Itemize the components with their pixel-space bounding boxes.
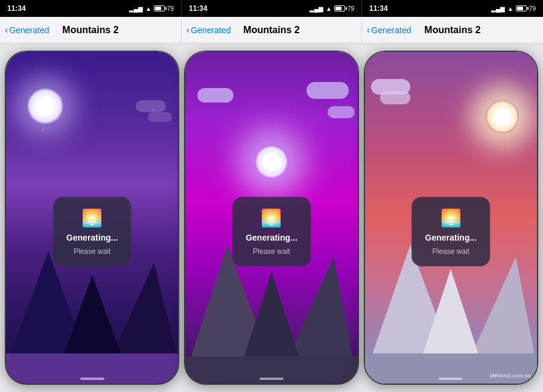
star-1: [48, 106, 49, 107]
status-icons-3: ▂▄▆ ▲ 79: [491, 5, 536, 12]
watermark: MRMAD.com.tw: [490, 373, 531, 379]
wifi-icon-1: ▲: [145, 5, 151, 12]
gen-title-1: Generating...: [66, 233, 118, 242]
nav-title-1: Mountains 2: [62, 25, 118, 36]
battery-icon-1: [154, 5, 165, 11]
battery-pct-1: 79: [167, 5, 174, 12]
back-label-2[interactable]: Generated: [191, 25, 230, 35]
generating-overlay-2: 🌅 Generating... Please wait: [232, 197, 311, 267]
signal-icon-3: ▂▄▆: [491, 5, 505, 12]
generating-overlay-1: 🌅 Generating... Please wait: [53, 197, 132, 267]
sun-icon-3: 🌅: [440, 208, 462, 228]
sun-icon-1: 🌅: [81, 208, 103, 228]
home-indicator-1: [80, 378, 104, 380]
cloud-2-1: [197, 88, 233, 103]
phones-container: 🌅 Generating... Please wait: [0, 43, 543, 392]
gen-subtitle-1: Please wait: [74, 247, 110, 256]
back-label-1[interactable]: Generated: [9, 25, 49, 35]
cloud-2-3: [328, 106, 355, 118]
cloud-2-2: [306, 82, 349, 99]
generating-overlay-3: 🌅 Generating... Please wait: [412, 197, 491, 267]
status-section-3: 11:34 ▂▄▆ ▲ 79: [362, 0, 543, 17]
battery-icon-3: [516, 5, 527, 11]
star-3: [60, 97, 62, 98]
signal-icon-2: ▂▄▆: [310, 5, 323, 12]
gen-title-2: Generating...: [246, 233, 297, 242]
nav-bar: ‹ Generated Mountains 2 ‹ Generated Moun…: [0, 17, 543, 43]
phone-1: 🌅 Generating... Please wait: [5, 51, 179, 385]
status-time-2: 11:34: [189, 4, 208, 13]
home-indicator-3: [439, 378, 463, 380]
phone-2: 🌅 Generating... Please wait: [184, 51, 358, 385]
moon-2: [255, 145, 288, 179]
back-arrow-icon-1: ‹: [5, 25, 8, 36]
cloud-3-2: [380, 91, 410, 104]
gen-subtitle-2: Please wait: [253, 247, 290, 256]
nav-section-1: ‹ Generated Mountains 2: [0, 17, 181, 43]
battery-pct-3: 79: [529, 5, 536, 12]
cloud-1-2: [148, 112, 172, 122]
nav-section-2: ‹ Generated Mountains 2: [181, 17, 362, 43]
gen-subtitle-3: Please wait: [433, 247, 469, 256]
gen-title-3: Generating...: [425, 233, 477, 242]
home-indicator-2: [259, 378, 284, 380]
status-time-3: 11:34: [369, 4, 388, 13]
back-arrow-icon-3: ‹: [367, 25, 370, 36]
status-section-1: 11:34 ▂▄▆ ▲ 79: [0, 0, 181, 17]
star-4: [42, 130, 43, 131]
back-label-3[interactable]: Generated: [371, 25, 411, 35]
signal-icon-1: ▂▄▆: [129, 5, 143, 12]
phone-screen-1: 🌅 Generating... Please wait: [6, 52, 178, 384]
back-arrow-icon-2: ‹: [186, 25, 189, 36]
battery-icon-2: [334, 5, 345, 11]
phone-3: 🌅 Generating... Please wait MRMAD.com.tw: [364, 51, 538, 385]
nav-section-3: ‹ Generated Mountains 2: [362, 17, 543, 43]
star-2: [57, 118, 59, 119]
nav-back-2[interactable]: ‹ Generated: [186, 25, 231, 36]
phone-screen-3: 🌅 Generating... Please wait MRMAD.com.tw: [365, 52, 537, 384]
nav-title-2: Mountains 2: [243, 25, 299, 36]
moon-3: [486, 100, 519, 133]
status-icons-1: ▂▄▆ ▲ 79: [129, 5, 174, 12]
wifi-icon-3: ▲: [507, 5, 513, 12]
status-bar: 11:34 ▂▄▆ ▲ 79 11:34 ▂▄▆ ▲ 79 11:34 ▂▄▆ …: [0, 0, 543, 17]
sun-icon-2: 🌅: [261, 208, 282, 228]
nav-back-1[interactable]: ‹ Generated: [5, 25, 49, 36]
status-time-1: 11:34: [7, 4, 26, 13]
nav-back-3[interactable]: ‹ Generated: [367, 25, 411, 36]
nav-title-3: Mountains 2: [424, 25, 480, 36]
status-icons-2: ▂▄▆ ▲ 79: [310, 5, 354, 12]
phone-screen-2: 🌅 Generating... Please wait: [185, 52, 357, 384]
status-section-2: 11:34 ▂▄▆ ▲ 79: [181, 0, 362, 17]
wifi-icon-2: ▲: [326, 5, 332, 12]
cloud-1-1: [136, 100, 166, 112]
battery-pct-2: 79: [348, 5, 354, 12]
